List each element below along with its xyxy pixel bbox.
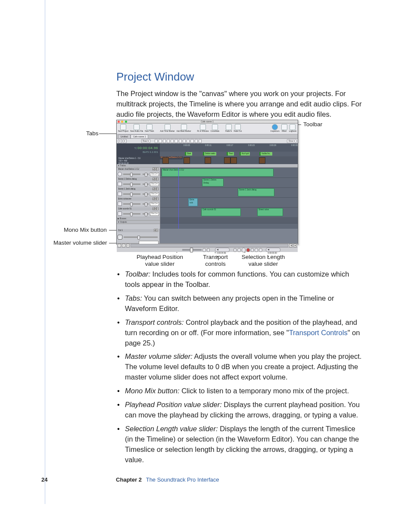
pan-slider[interactable] — [143, 174, 149, 175]
opt-button[interactable] — [155, 139, 158, 143]
tab-cafe-scene[interactable]: Cafe scene 1 — [131, 134, 148, 138]
outputs-header[interactable]: ▼ Outputs — [117, 221, 160, 224]
vol-slider[interactable] — [123, 174, 140, 175]
solo-button[interactable]: S — [156, 177, 159, 180]
tool-fade-in[interactable]: Fade In — [225, 124, 232, 133]
record-button[interactable] — [246, 248, 250, 252]
tool-logbook[interactable]: Logbook — [289, 124, 296, 133]
cross-ref-link[interactable]: Transport Controls — [289, 329, 348, 336]
opt-button[interactable]: ▾ — [123, 139, 127, 143]
marker[interactable]: Debra waits — [203, 152, 216, 156]
tool-add-time-marker[interactable]: Add Time Marker — [160, 124, 175, 133]
output-select[interactable]: Out 1 ▾ — [150, 202, 159, 206]
opt-button[interactable] — [179, 139, 182, 143]
pan-slider[interactable] — [143, 203, 149, 205]
tool-new-project[interactable]: New Project — [118, 124, 128, 133]
def-text: Click to listen to a temporary mono mix … — [180, 387, 349, 395]
pan-slider[interactable] — [143, 184, 149, 185]
opt-button[interactable] — [174, 139, 177, 143]
playhead-line[interactable] — [178, 168, 179, 229]
rewind-button[interactable] — [237, 248, 241, 252]
track-header: Extra voiceover●MS Out 1 ▾ — [117, 197, 160, 207]
scroll-left-button[interactable]: ◀ — [289, 244, 293, 247]
opt-button[interactable] — [171, 139, 174, 143]
marker[interactable]: Not hydr — [240, 152, 250, 156]
tool-new-track[interactable]: New Track — [145, 124, 154, 133]
scroll-right-button[interactable]: ▶ — [293, 244, 297, 247]
tool-mixer[interactable]: Mixer — [281, 124, 287, 133]
vol-slider[interactable] — [123, 193, 140, 195]
tool-inspectors[interactable]: Inspectors — [271, 124, 280, 133]
audio-clip[interactable]: Extra voic — [188, 198, 198, 206]
marker[interactable]: Vodka fro... — [259, 152, 272, 156]
tool-fade-out[interactable]: Fade Out — [234, 124, 242, 133]
round-button[interactable] — [207, 248, 210, 252]
vol-slider[interactable] — [123, 213, 140, 215]
opt-button[interactable] — [159, 139, 162, 143]
opt-button[interactable] — [195, 139, 198, 143]
opt-button[interactable] — [163, 139, 166, 143]
output-select[interactable]: Out 1 ▾ — [150, 212, 159, 216]
pan-slider[interactable] — [143, 213, 149, 215]
tool-label: Fade In — [225, 130, 232, 133]
forward-button[interactable] — [251, 248, 254, 252]
term: Master volume slider: — [125, 352, 193, 360]
output-select[interactable]: Out 1 ▾ — [150, 172, 159, 176]
mono-mix-button[interactable]: ○ — [118, 235, 122, 240]
vol-slider[interactable] — [124, 236, 158, 238]
solo-button[interactable]: S — [156, 168, 159, 171]
opt-button[interactable] — [167, 139, 170, 143]
marker[interactable]: Traci — [227, 152, 234, 156]
window-titlebar: Cafe scene 1 — [117, 120, 298, 124]
opt-button[interactable] — [183, 139, 186, 143]
master-volume-slider[interactable] — [182, 249, 202, 251]
marker-row: Start Debra waits Traci Not hydr Vodka f… — [160, 152, 298, 156]
opt-button[interactable]: ▾ — [118, 139, 122, 143]
hscrollbar[interactable] — [131, 244, 288, 247]
zoom-in-button[interactable]: + — [122, 244, 125, 247]
play-button[interactable] — [242, 248, 246, 252]
tool-label: Add Time Marker — [160, 130, 175, 133]
zoom-out-button[interactable]: − — [118, 244, 121, 247]
fade-in-icon — [226, 124, 232, 130]
solo-button[interactable]: S — [156, 187, 159, 190]
opt-button[interactable] — [199, 139, 202, 143]
tool-fit-in-window[interactable]: Fit in Window — [197, 124, 209, 133]
busses-header[interactable]: ▶ Busses — [117, 217, 160, 221]
show-menu[interactable]: Show ▾ — [287, 139, 296, 143]
tool-new-audio-file[interactable]: New Audio File — [130, 124, 143, 133]
solo-button[interactable]: S — [156, 197, 159, 200]
solo-button[interactable]: S — [156, 207, 159, 210]
automation-mode[interactable]: Read ▾ — [141, 139, 150, 143]
marker[interactable]: Start — [185, 152, 192, 156]
beats-label: BEATS — [143, 151, 149, 153]
tool-label: New Track — [145, 130, 154, 133]
tool-add-beat-marker[interactable]: Add Beat Marker — [177, 124, 191, 133]
zoom-button[interactable]: ▭ — [126, 244, 130, 247]
selection-length-slider[interactable]: ◀ 0:00:00.00 ▶ — [266, 248, 280, 252]
tool-crossfade[interactable]: Crossfade — [211, 124, 220, 133]
callout-transport: Transport controls — [200, 254, 230, 268]
output-select[interactable]: Out 1 ▾ — [150, 192, 159, 196]
callout-line2: value slider — [249, 261, 278, 267]
tab-untitled[interactable]: Untitled — [118, 134, 131, 138]
go-start-button[interactable] — [234, 248, 237, 252]
output-select[interactable]: Out 1 ▾ — [150, 182, 159, 186]
audio-clip[interactable]: Street noise — [257, 208, 283, 216]
timeline-lanes[interactable]: Master shot Debra 1-CU Scene 1 Debra Dia… — [160, 168, 298, 229]
cycle-button[interactable] — [259, 248, 262, 252]
tool-label: New Project — [118, 130, 128, 133]
minimize-icon — [121, 121, 123, 123]
vol-slider[interactable] — [123, 203, 140, 205]
pan-slider[interactable] — [143, 193, 149, 195]
round-button[interactable] — [202, 248, 206, 252]
vol-slider[interactable] — [123, 184, 140, 185]
opt-button[interactable] — [190, 139, 193, 143]
opt-button[interactable] — [187, 139, 190, 143]
audio-clip[interactable]: Cafe sounds 01 — [201, 208, 241, 216]
solo-button[interactable]: S — [156, 229, 158, 232]
audio-clip[interactable]: Scene 1 Jack dialog — [238, 188, 274, 196]
playhead-position-slider[interactable]: ◀ 0:00:04.96 ▶ — [215, 248, 230, 252]
audio-clip[interactable]: Scene 1 Debra Dialog — [202, 178, 224, 187]
go-end-button[interactable] — [255, 248, 258, 252]
